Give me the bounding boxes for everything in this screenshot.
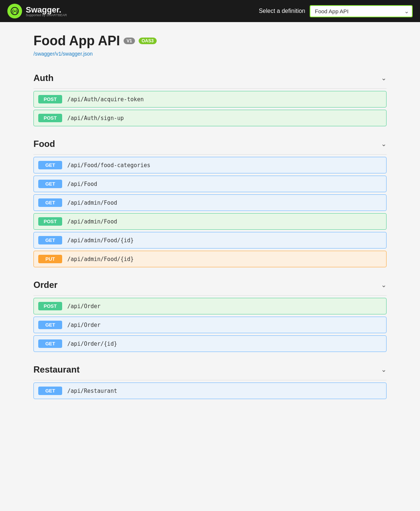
endpoint-path: /api/admin/Food/{id} bbox=[67, 237, 134, 244]
endpoint-path: /api/Auth/acquire-token bbox=[67, 96, 144, 103]
endpoint-path: /api/Order bbox=[67, 303, 100, 310]
api-title-row: Food App API V1 OAS3 bbox=[33, 33, 387, 49]
method-badge-get: GET bbox=[38, 339, 62, 348]
oas3-badge: OAS3 bbox=[139, 38, 157, 44]
method-badge-get: GET bbox=[38, 236, 62, 244]
chevron-down-icon: ⌄ bbox=[381, 140, 387, 148]
method-badge-get: GET bbox=[38, 198, 62, 207]
section-title-order: Order bbox=[33, 280, 57, 290]
endpoint-row[interactable]: GET /api/Order bbox=[33, 317, 387, 333]
endpoint-path: /api/Food bbox=[67, 181, 97, 187]
endpoint-row[interactable]: POST /api/Auth/sign-up bbox=[33, 110, 387, 126]
definition-select[interactable]: Food App API bbox=[310, 5, 413, 17]
method-badge-put: PUT bbox=[38, 255, 62, 263]
endpoint-row[interactable]: GET /api/Food/food-categories bbox=[33, 157, 387, 173]
section-title-restaurant: Restaurant bbox=[33, 364, 79, 375]
endpoint-row[interactable]: GET /api/admin/Food/{id} bbox=[33, 232, 387, 249]
svg-text:{+}: {+} bbox=[12, 9, 18, 13]
method-badge-post: POST bbox=[38, 302, 62, 310]
chevron-down-icon: ⌄ bbox=[381, 74, 387, 82]
endpoint-path: /api/Order bbox=[67, 322, 100, 328]
api-url[interactable]: /swagger/v1/swagger.json bbox=[33, 51, 387, 57]
endpoint-path: /api/admin/Food bbox=[67, 200, 117, 206]
main-content: Food App API V1 OAS3 /swagger/v1/swagger… bbox=[26, 22, 394, 417]
sections-container: Auth ⌄ POST /api/Auth/acquire-token POST… bbox=[33, 68, 387, 399]
section-header-auth[interactable]: Auth ⌄ bbox=[33, 68, 387, 89]
method-badge-get: GET bbox=[38, 321, 62, 329]
chevron-down-icon: ⌄ bbox=[381, 281, 387, 289]
section-order: Order ⌄ POST /api/Order GET /api/Order G… bbox=[33, 275, 387, 352]
endpoint-row[interactable]: PUT /api/admin/Food/{id} bbox=[33, 251, 387, 267]
endpoint-row[interactable]: GET /api/Food bbox=[33, 176, 387, 192]
endpoint-row[interactable]: GET /api/admin/Food bbox=[33, 194, 387, 211]
swagger-logo-icon: {+} bbox=[7, 4, 22, 18]
endpoint-row[interactable]: GET /api/Order/{id} bbox=[33, 335, 387, 352]
section-auth: Auth ⌄ POST /api/Auth/acquire-token POST… bbox=[33, 68, 387, 126]
method-badge-post: POST bbox=[38, 114, 62, 122]
section-header-restaurant[interactable]: Restaurant ⌄ bbox=[33, 359, 387, 380]
endpoint-path: /api/admin/Food/{id} bbox=[67, 256, 134, 262]
app-header: {+} Swagger. Supported by SMARTBEAR Sele… bbox=[0, 0, 420, 22]
sub-brand: Supported by SMARTBEAR bbox=[26, 13, 67, 17]
endpoint-path: /api/Food/food-categories bbox=[67, 162, 150, 169]
method-badge-get: GET bbox=[38, 387, 62, 395]
endpoint-row[interactable]: POST /api/Auth/acquire-token bbox=[33, 91, 387, 108]
v1-badge: V1 bbox=[124, 38, 135, 44]
select-definition-label: Select a definition bbox=[259, 8, 305, 14]
section-header-food[interactable]: Food ⌄ bbox=[33, 134, 387, 155]
section-title-auth: Auth bbox=[33, 73, 54, 83]
endpoint-path: /api/admin/Food bbox=[67, 218, 117, 225]
method-badge-get: GET bbox=[38, 161, 62, 169]
method-badge-get: GET bbox=[38, 180, 62, 188]
method-badge-post: POST bbox=[38, 217, 62, 226]
header-brand: {+} Swagger. Supported by SMARTBEAR bbox=[7, 4, 67, 18]
section-header-order[interactable]: Order ⌄ bbox=[33, 275, 387, 296]
endpoint-path: /api/Auth/sign-up bbox=[67, 115, 124, 121]
section-food: Food ⌄ GET /api/Food/food-categories GET… bbox=[33, 134, 387, 267]
method-badge-post: POST bbox=[38, 95, 62, 103]
brand-text: Swagger. Supported by SMARTBEAR bbox=[26, 5, 67, 17]
endpoint-path: /api/Order/{id} bbox=[67, 341, 117, 347]
header-controls: Select a definition Food App API ⌄ bbox=[259, 5, 413, 17]
section-title-food: Food bbox=[33, 139, 55, 149]
endpoint-path: /api/Restaurant bbox=[67, 388, 117, 394]
endpoint-row[interactable]: GET /api/Restaurant bbox=[33, 383, 387, 399]
chevron-down-icon: ⌄ bbox=[381, 366, 387, 374]
endpoint-row[interactable]: POST /api/Order bbox=[33, 298, 387, 314]
api-title: Food App API bbox=[33, 33, 120, 49]
definition-selector-wrapper[interactable]: Food App API ⌄ bbox=[310, 5, 413, 17]
endpoint-row[interactable]: POST /api/admin/Food bbox=[33, 213, 387, 230]
section-restaurant: Restaurant ⌄ GET /api/Restaurant bbox=[33, 359, 387, 399]
